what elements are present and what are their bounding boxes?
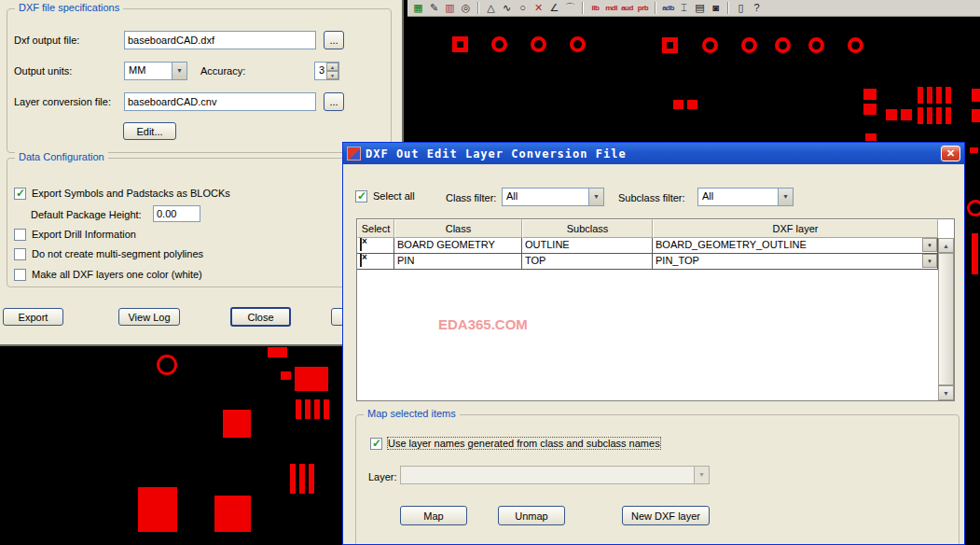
output-units-select[interactable]: MM ▼	[124, 62, 187, 80]
package-height-input[interactable]	[153, 205, 200, 222]
camera-icon[interactable]: ◙	[708, 1, 724, 15]
view-log-button[interactable]: View Log	[118, 308, 180, 326]
class-filter-select[interactable]: All ▼	[502, 188, 604, 206]
pcb-copper-shape	[886, 109, 897, 120]
table-row[interactable]: BOARD GEOMETRY OUTLINE BOARD_GEOMETRY_OU…	[357, 238, 938, 254]
edit-button[interactable]: Edit...	[123, 122, 176, 140]
checkbox-one-color[interactable]: Make all DXF layers one color (white)	[14, 268, 202, 281]
toolbar: ▦✎▥◎△∿○✕∠⌒ilbmdlaudprbadb⌶▤◙▯?	[407, 0, 980, 17]
subclass-filter-value: All	[702, 190, 713, 202]
target-icon[interactable]: ◎	[458, 1, 474, 15]
row-select-cell[interactable]	[357, 238, 394, 254]
subclass-filter-select[interactable]: All ▼	[697, 188, 794, 206]
spinner-up-icon[interactable]: ▲	[326, 63, 338, 71]
pcb-copper-shape	[972, 109, 980, 122]
output-file-input[interactable]	[124, 31, 316, 49]
checkbox-label: Use layer names generated from class and…	[388, 438, 660, 449]
pcb-circular-pad	[848, 37, 863, 53]
close-icon[interactable]: ✕	[941, 146, 960, 161]
circle-tool-icon[interactable]: ○	[515, 1, 531, 15]
checkbox-box[interactable]	[14, 269, 26, 281]
scrollbar-down-icon[interactable]: ▼	[938, 385, 954, 400]
chevron-down-icon[interactable]: ▼	[778, 189, 793, 205]
pcb-circular-pad	[808, 37, 824, 53]
prb-icon[interactable]: prb	[635, 1, 651, 15]
row-dxf-layer-cell[interactable]: BOARD_GEOMETRY_OUTLINE ▼	[653, 238, 938, 254]
header-class[interactable]: Class	[394, 219, 522, 238]
spinner-buttons: ▲ ▼	[326, 63, 338, 79]
new-dxf-layer-button[interactable]: New DXF layer	[622, 506, 710, 525]
header-select[interactable]: Select	[357, 219, 394, 238]
row-dxf-layer-cell[interactable]: PIN_TOP ▼	[653, 254, 938, 270]
table-row[interactable]: PIN TOP PIN_TOP ▼	[357, 254, 938, 270]
pcb-copper-shape	[324, 399, 329, 419]
checkbox-export-drill[interactable]: Export Drill Information	[14, 228, 136, 241]
delete-tool-icon[interactable]: ✕	[531, 1, 546, 15]
edit-icon[interactable]: ✎	[426, 1, 442, 15]
checkbox-box[interactable]	[14, 229, 26, 241]
output-file-browse-button[interactable]: ...	[324, 31, 344, 49]
output-file-label: Dxf output file:	[14, 35, 79, 46]
map-button[interactable]: Map	[400, 506, 467, 525]
row-subclass-cell[interactable]: TOP	[522, 254, 653, 270]
export-button[interactable]: Export	[3, 308, 63, 326]
ibeam-icon[interactable]: ⌶	[676, 1, 692, 15]
select-all-checkbox[interactable]: Select all	[355, 189, 415, 203]
spinner-down-icon[interactable]: ▼	[326, 71, 338, 79]
header-dxf-layer[interactable]: DXF layer	[653, 219, 938, 238]
table-header: Select Class Subclass DXF layer	[357, 219, 938, 238]
use-generated-names-checkbox[interactable]: Use layer names generated from class and…	[370, 437, 660, 450]
triangle-tool-icon[interactable]: △	[483, 1, 499, 15]
spline-tool-icon[interactable]: ∿	[499, 1, 515, 15]
pcb-copper-shape	[296, 399, 301, 419]
pcb-copper-shape	[863, 104, 876, 115]
table-scrollbar[interactable]: ▲ ▼	[938, 238, 954, 400]
pcb-copper-shape	[309, 464, 314, 494]
table-icon[interactable]: ▤	[692, 1, 708, 15]
row-select-box[interactable]	[360, 254, 362, 267]
grid-toggle-icon[interactable]: ▦	[410, 1, 426, 15]
checkbox-no-multisegment[interactable]: Do not create multi-segment polylines	[14, 247, 203, 260]
checkbox-label: Make all DXF layers one color (white)	[32, 269, 202, 280]
layers-icon[interactable]: ▥	[442, 1, 458, 15]
scrollbar-thumb[interactable]	[938, 253, 954, 385]
unmap-button[interactable]: Unmap	[498, 506, 565, 525]
row-class-cell[interactable]: PIN	[394, 254, 522, 270]
row-subclass-cell[interactable]: OUTLINE	[522, 238, 653, 254]
checkbox-label: Export Drill Information	[32, 229, 136, 240]
chevron-down-icon[interactable]: ▼	[922, 238, 937, 252]
pcb-circular-pad	[775, 37, 791, 53]
adb-icon[interactable]: adb	[660, 1, 676, 15]
chevron-down-icon[interactable]: ▼	[922, 254, 937, 268]
pcb-circular-pad	[531, 36, 546, 52]
subclass-filter-label: Subclass filter:	[618, 192, 685, 203]
layer-label: Layer:	[368, 471, 397, 482]
conversion-file-browse-button[interactable]: ...	[324, 92, 344, 111]
help-icon[interactable]: ?	[749, 1, 765, 15]
arc-tool-icon[interactable]: ⌒	[562, 1, 578, 15]
ilb-icon[interactable]: ilb	[587, 1, 603, 15]
chevron-down-icon[interactable]: ▼	[172, 63, 186, 79]
checkbox-export-symbols[interactable]: Export Symbols and Padstacks as BLOCKs	[14, 187, 230, 200]
scrollbar-up-icon[interactable]: ▲	[938, 238, 954, 253]
row-select-box[interactable]	[360, 238, 362, 251]
accuracy-spinner[interactable]: 3 ▲ ▼	[314, 62, 339, 80]
conversion-file-input[interactable]	[124, 92, 316, 111]
chevron-down-icon[interactable]: ▼	[588, 189, 603, 205]
group-title: Data Configuration	[15, 151, 108, 162]
checkbox-box[interactable]	[14, 248, 26, 260]
checkbox-box[interactable]	[355, 190, 367, 203]
dialog-titlebar[interactable]: DXF Out Edit Layer Conversion File ✕	[343, 143, 964, 164]
row-select-cell[interactable]	[357, 254, 394, 270]
document-icon[interactable]: ▯	[733, 1, 749, 15]
aud-icon[interactable]: aud	[619, 1, 635, 15]
dxf-app-icon	[347, 147, 361, 161]
header-subclass[interactable]: Subclass	[522, 219, 653, 238]
checkbox-box[interactable]	[14, 188, 26, 200]
angle-tool-icon[interactable]: ∠	[546, 1, 562, 15]
checkbox-box[interactable]	[370, 438, 382, 450]
pcb-copper-shape	[290, 464, 296, 494]
row-class-cell[interactable]: BOARD GEOMETRY	[394, 238, 522, 254]
close-button[interactable]: Close	[230, 307, 291, 327]
mdl-icon[interactable]: mdl	[603, 1, 619, 15]
